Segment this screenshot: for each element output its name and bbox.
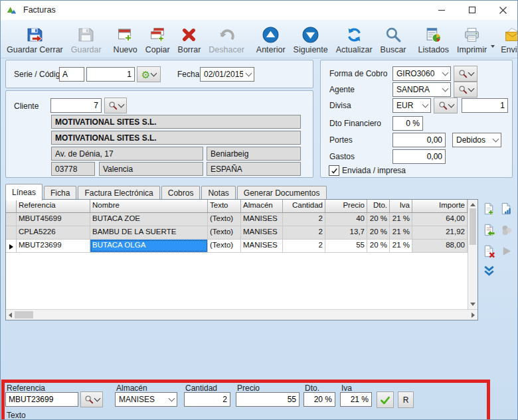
- minimize-button[interactable]: [426, 0, 457, 20]
- cell-precio[interactable]: 40: [325, 213, 367, 226]
- cell-nombre-selected[interactable]: BUTACA OLGA: [90, 240, 208, 252]
- gastos-input[interactable]: [392, 149, 446, 164]
- combo-dropdown[interactable]: [490, 133, 501, 147]
- scroll-up-icon[interactable]: [470, 203, 475, 206]
- codigo-input[interactable]: [86, 67, 135, 82]
- cell-almacen[interactable]: MANISES: [241, 240, 283, 252]
- cell-precio[interactable]: 13,7: [325, 226, 367, 239]
- agente-combo[interactable]: SANDRA: [392, 82, 451, 97]
- imprimir-button[interactable]: Imprimir: [453, 21, 491, 56]
- cell-texto[interactable]: (Texto): [208, 226, 241, 239]
- cell-iva[interactable]: 21 %: [390, 240, 412, 252]
- add-line-button[interactable]: [481, 200, 497, 216]
- header-cantidad[interactable]: Cantidad: [283, 200, 325, 212]
- cell-referencia[interactable]: MBUT23699: [17, 240, 90, 252]
- table-row-current[interactable]: MBUT23699 BUTACA OLGA (Texto) MANISES 2 …: [6, 240, 468, 253]
- almacen-combo[interactable]: MANISES: [115, 392, 177, 407]
- confirm-line-button[interactable]: [377, 391, 394, 408]
- cliente-codigo-input[interactable]: [50, 98, 102, 113]
- header-dto[interactable]: Dto.: [367, 200, 390, 212]
- r-button[interactable]: R: [398, 391, 414, 408]
- cell-iva[interactable]: 21 %: [390, 226, 412, 239]
- portes-input[interactable]: [392, 133, 446, 147]
- buscar-button[interactable]: Buscar: [377, 21, 410, 56]
- tab-notas[interactable]: Notas: [201, 186, 235, 200]
- header-iva[interactable]: Iva: [390, 200, 412, 212]
- actualizar-button[interactable]: Actualizar: [332, 21, 377, 56]
- close-button[interactable]: [487, 0, 518, 20]
- table-row[interactable]: CPLA5226 BAMBU DE LA SUERTE (Texto) MANI…: [6, 226, 468, 240]
- cell-dto[interactable]: 20 %: [367, 213, 390, 226]
- vertical-scrollbar[interactable]: [468, 200, 477, 309]
- iva-input[interactable]: [340, 392, 372, 407]
- nuevo-button[interactable]: Nuevo: [110, 21, 141, 56]
- siguiente-button[interactable]: Siguiente: [290, 21, 332, 56]
- insert-line-button[interactable]: [481, 222, 497, 238]
- scroll-down-icon[interactable]: [470, 303, 475, 306]
- forma-cobro-combo[interactable]: GIRO3060: [392, 66, 451, 81]
- borrar-button[interactable]: Borrar: [174, 21, 205, 56]
- cell-texto[interactable]: (Texto): [208, 240, 241, 252]
- cambio-input[interactable]: [462, 98, 508, 113]
- header-precio[interactable]: Precio: [325, 200, 367, 212]
- cell-almacen[interactable]: MANISES: [241, 226, 283, 239]
- horizontal-scroll-thumb[interactable]: [15, 311, 33, 318]
- tab-lineas[interactable]: Líneas: [5, 184, 43, 200]
- row-selector[interactable]: [6, 213, 17, 226]
- cell-iva[interactable]: 21 %: [390, 213, 412, 226]
- horizontal-scrollbar[interactable]: [6, 309, 477, 320]
- delete-line-button[interactable]: [481, 243, 497, 259]
- dto-input[interactable]: [303, 392, 335, 407]
- guardar-cerrar-button[interactable]: Guardar Cerrar: [3, 21, 67, 56]
- cell-dto[interactable]: 20 %: [367, 240, 390, 252]
- header-referencia[interactable]: Referencia: [17, 200, 90, 212]
- totals-button[interactable]: [498, 200, 514, 216]
- cell-referencia[interactable]: CPLA5226: [17, 226, 90, 239]
- divisa-lookup-button[interactable]: [434, 98, 458, 113]
- tab-cobros[interactable]: Cobros: [161, 186, 201, 200]
- maximize-button[interactable]: [457, 0, 487, 20]
- listados-button[interactable]: Listados: [414, 21, 454, 56]
- tab-factura-electronica[interactable]: Factura Electrónica: [78, 186, 159, 200]
- imprimir-menu-caret[interactable]: [491, 45, 495, 48]
- row-selector[interactable]: [6, 226, 17, 239]
- cell-nombre[interactable]: BAMBU DE LA SUERTE: [90, 226, 208, 239]
- expand-lines-button[interactable]: [481, 263, 497, 279]
- serie-input[interactable]: [59, 67, 84, 82]
- header-importe[interactable]: Importe: [412, 200, 468, 212]
- cell-importe[interactable]: 64,00: [412, 213, 468, 226]
- portes-tipo-combo[interactable]: Debidos: [452, 133, 501, 147]
- cell-almacen[interactable]: MANISES: [241, 213, 283, 226]
- forma-cobro-lookup-button[interactable]: [454, 66, 477, 82]
- anterior-button[interactable]: Anterior: [252, 21, 290, 56]
- cell-importe[interactable]: 88,00: [412, 240, 468, 252]
- cell-cantidad[interactable]: 2: [283, 240, 325, 252]
- scroll-right-icon[interactable]: [472, 313, 475, 318]
- enviada-checkbox[interactable]: [329, 165, 339, 176]
- cell-cantidad[interactable]: 2: [283, 213, 325, 226]
- precio-input[interactable]: [236, 392, 300, 407]
- cell-nombre[interactable]: BUTACA ZOE: [90, 213, 208, 226]
- cell-dto[interactable]: 20 %: [367, 226, 390, 239]
- enviar-button[interactable]: Enviar: [497, 21, 518, 56]
- codigo-options-button[interactable]: ⚙: [137, 66, 161, 82]
- combo-dropdown[interactable]: [440, 67, 450, 80]
- cell-precio[interactable]: 55: [325, 240, 367, 252]
- header-almacen[interactable]: Almacén: [241, 200, 283, 212]
- dto-financiero-input[interactable]: [392, 116, 423, 131]
- referencia-lookup-button[interactable]: [80, 391, 103, 407]
- divisa-combo[interactable]: EUR: [392, 98, 431, 113]
- cell-importe[interactable]: 21,92: [412, 226, 468, 239]
- referencia-input[interactable]: [5, 392, 78, 407]
- table-row[interactable]: MBUT45699 BUTACA ZOE (Texto) MANISES 2 4…: [6, 213, 468, 226]
- scroll-left-icon[interactable]: [9, 313, 12, 318]
- tab-generar-documentos[interactable]: Generar Documentos: [237, 186, 327, 200]
- cell-cantidad[interactable]: 2: [283, 226, 325, 239]
- cell-referencia[interactable]: MBUT45699: [17, 213, 90, 226]
- tab-ficha[interactable]: Ficha: [44, 186, 76, 200]
- fecha-dropdown[interactable]: [243, 68, 254, 81]
- agente-lookup-button[interactable]: [454, 82, 477, 98]
- combo-dropdown[interactable]: [440, 83, 450, 96]
- header-texto[interactable]: Texto: [208, 200, 241, 212]
- header-nombre[interactable]: Nombre: [90, 200, 208, 212]
